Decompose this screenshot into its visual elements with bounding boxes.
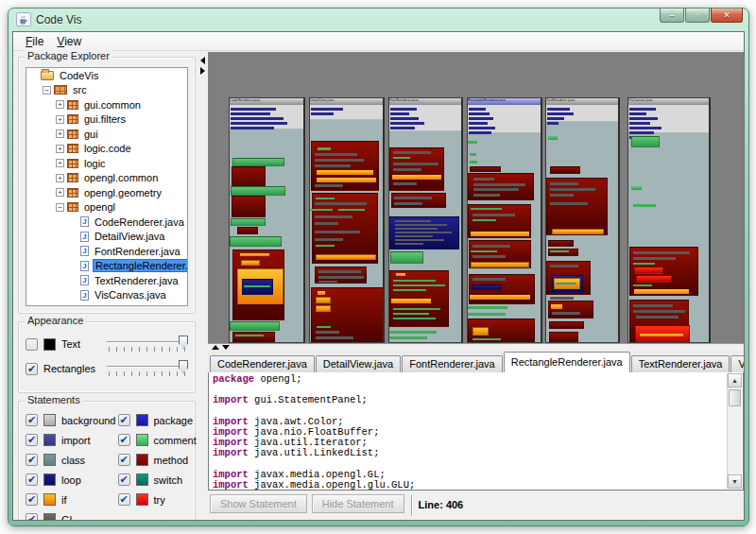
viz-rect-gl	[468, 306, 507, 309]
viz-rect-gy	[315, 184, 343, 187]
code-text[interactable]: package opengl; import gui.StatementPane…	[213, 374, 724, 490]
scroll-up-icon[interactable]: ▲	[728, 373, 742, 388]
hide-statement-button[interactable]: Hide Statement	[312, 494, 404, 513]
viz-rect-tl	[556, 283, 576, 284]
tab-textrenderer-java[interactable]: TextRenderer.java	[631, 355, 730, 372]
color-swatch-loop	[43, 474, 56, 486]
tab-fontrenderer-java[interactable]: FontRenderer.java	[402, 355, 503, 372]
tree-item[interactable]: JDetailView.java	[26, 230, 187, 245]
tree-item-label: logic	[82, 158, 108, 169]
tree-connector	[69, 262, 77, 270]
tree-item[interactable]: +logic	[26, 156, 187, 171]
checkbox-gl[interactable]: ✔	[26, 513, 38, 521]
viz-rect-gl	[235, 335, 264, 336]
viz-rect-dr	[549, 332, 578, 343]
close-button[interactable]: ✕	[711, 9, 743, 23]
tree-item-label: opengl.geometry	[82, 187, 163, 198]
color-swatch[interactable]	[43, 338, 56, 351]
tree-item[interactable]: −opengl	[26, 200, 187, 215]
visualization-canvas[interactable]: CodeRenderer.javaDetailView.javaFontRend…	[208, 52, 744, 343]
tree-item[interactable]: +gui.common	[26, 97, 187, 112]
tree-item[interactable]: +opengl.common	[26, 171, 187, 186]
tab-detailview-java[interactable]: DetailView.java	[316, 355, 401, 372]
code-scrollbar[interactable]: ▲ ▼	[727, 373, 742, 489]
checkbox-import[interactable]: ✔	[26, 434, 38, 446]
viz-import-bar	[231, 117, 284, 120]
tree-item[interactable]: +gui.filters	[26, 112, 187, 128]
tree-item[interactable]: +opengl.geometry	[26, 185, 187, 200]
splitter-collapse-left-icon[interactable]	[200, 57, 205, 64]
code-editor[interactable]: package opengl; import gui.StatementPane…	[208, 372, 744, 491]
tree-expander-plus-icon[interactable]: +	[56, 100, 64, 109]
package-explorer-tree[interactable]: CodeVis−src+gui.common+gui.filters+gui+l…	[26, 67, 188, 306]
horizontal-splitter[interactable]	[208, 343, 744, 351]
viz-column[interactable]: DetailView.java	[309, 97, 385, 343]
viz-column[interactable]: FontRenderer.java	[388, 97, 463, 343]
menu-item-view[interactable]: View	[50, 34, 88, 49]
tree-item[interactable]: +gui	[26, 127, 187, 142]
text-slider[interactable]	[107, 334, 188, 354]
checkbox-comment[interactable]: ✔	[118, 434, 130, 446]
tree-item[interactable]: JCodeRenderer.java	[26, 215, 187, 230]
show-statement-button[interactable]: Show Statement	[210, 494, 307, 513]
viz-column[interactable]: VisCanvas.java	[627, 97, 711, 343]
menu-item-file[interactable]: File	[19, 34, 50, 49]
scrollbar-thumb[interactable]	[729, 389, 741, 406]
viz-column[interactable]: CodeRenderer.java	[229, 97, 305, 343]
checkbox-text[interactable]	[26, 338, 38, 351]
tree-expander-plus-icon[interactable]: +	[56, 145, 64, 153]
splitter-expand-right-icon[interactable]	[200, 67, 205, 75]
tree-item[interactable]: JFontRenderer.java	[26, 244, 187, 259]
appearance-label: Rectangles	[43, 363, 95, 374]
tree-item[interactable]: JVisCanvas.java	[26, 288, 187, 303]
checkbox-package[interactable]: ✔	[118, 414, 130, 426]
vertical-splitter[interactable]	[198, 52, 208, 520]
tree-expander-minus-icon[interactable]: −	[56, 203, 64, 212]
statements-column-right: ✔package✔comment✔method✔switch✔try	[118, 410, 197, 521]
tree-expander-plus-icon[interactable]: +	[56, 174, 64, 182]
tree-expander-plus-icon[interactable]: +	[56, 159, 64, 167]
viz-import-bar	[629, 108, 656, 111]
tree-expander-plus-icon[interactable]: +	[56, 115, 64, 124]
tab-coderenderer-java[interactable]: CodeRenderer.java	[210, 355, 315, 372]
checkbox-rectangles[interactable]: ✔	[26, 363, 38, 375]
viz-rect-gl	[472, 219, 496, 221]
scroll-down-icon[interactable]: ▼	[728, 474, 742, 489]
viz-column[interactable]: RectangleRenderer.java	[467, 97, 542, 343]
maximize-button[interactable]: ▫	[685, 9, 710, 23]
minimize-button[interactable]: –	[660, 9, 684, 23]
tree-item[interactable]: −src	[26, 83, 187, 98]
viz-rect-or	[551, 304, 562, 309]
tab-rectanglerenderer-java[interactable]: RectangleRenderer.java	[504, 352, 630, 372]
tree-expander-minus-icon[interactable]: −	[43, 86, 51, 95]
checkbox-loop[interactable]: ✔	[26, 474, 38, 486]
statement-row-class: ✔class	[26, 450, 116, 470]
statement-label: class	[61, 455, 85, 466]
tree-item[interactable]: JTextRenderer.java	[26, 273, 187, 288]
tree-item[interactable]: CodeVis	[26, 68, 187, 83]
splitter-collapse-up-icon[interactable]	[212, 345, 219, 350]
title-bar[interactable]: Code Vis – ▫ ✕	[9, 9, 748, 30]
tree-expander-plus-icon[interactable]: +	[56, 188, 64, 197]
tree-connector	[69, 233, 77, 241]
viz-column[interactable]: TextRenderer.java	[545, 97, 620, 343]
viz-rect-gl	[393, 318, 436, 319]
checkbox-class[interactable]: ✔	[26, 454, 38, 466]
tab-viscanvas-java[interactable]: VisCanvas.java	[730, 355, 745, 372]
tree-expander-plus-icon[interactable]: +	[56, 129, 64, 138]
tree-item[interactable]: +logic.code	[26, 142, 187, 157]
splitter-expand-down-icon[interactable]	[222, 345, 230, 350]
checkbox-try[interactable]: ✔	[118, 493, 130, 506]
tree-item-label: FontRenderer.java	[93, 246, 182, 257]
checkbox-switch[interactable]: ✔	[118, 474, 130, 486]
viz-rect-gr	[230, 321, 280, 331]
checkbox-method[interactable]: ✔	[118, 454, 130, 466]
checkbox-if[interactable]: ✔	[26, 493, 38, 506]
viz-rect-dr	[546, 178, 608, 235]
tree-item[interactable]: JRectangleRenderer.java	[26, 259, 187, 274]
package-icon	[67, 144, 78, 153]
viz-rect-gl	[244, 285, 270, 287]
viz-rect-gy	[472, 245, 510, 248]
checkbox-background[interactable]: ✔	[26, 414, 38, 426]
rectangles-slider[interactable]	[107, 358, 188, 379]
